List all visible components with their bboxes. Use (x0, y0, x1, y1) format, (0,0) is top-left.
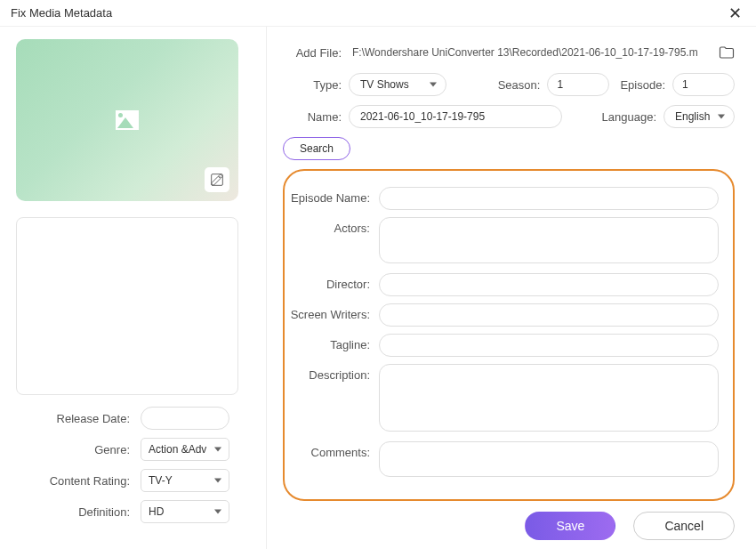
search-button[interactable]: Search (283, 137, 350, 160)
type-label: Type: (283, 78, 349, 92)
folder-icon (719, 45, 735, 60)
genre-label: Genre: (16, 443, 141, 456)
cancel-button[interactable]: Cancel (633, 512, 735, 540)
save-button[interactable]: Save (525, 512, 615, 540)
director-label: Director: (285, 273, 379, 291)
svg-rect-0 (212, 174, 223, 186)
content-rating-select[interactable]: TV-Y (141, 469, 229, 492)
actors-input[interactable] (379, 217, 719, 263)
episode-name-input[interactable] (379, 187, 719, 210)
left-panel: Release Date: Genre: Action &Adv Content… (0, 27, 267, 549)
left-fields: Release Date: Genre: Action &Adv Content… (16, 407, 250, 537)
name-label: Name: (283, 110, 349, 124)
release-date-input[interactable] (141, 407, 229, 430)
season-input[interactable] (547, 73, 609, 96)
edit-icon (210, 173, 224, 187)
comments-input[interactable] (379, 441, 719, 477)
definition-label: Definition: (16, 505, 141, 519)
release-date-label: Release Date: (16, 412, 141, 425)
footer-buttons: Save Cancel (283, 501, 735, 540)
add-file-label: Add File: (283, 46, 349, 60)
metadata-group: Episode Name: Actors: Director: Screen W… (283, 169, 735, 501)
close-icon[interactable]: ✕ (725, 5, 745, 21)
screen-writers-input[interactable] (379, 303, 719, 327)
episode-label: Episode: (609, 78, 672, 92)
type-select[interactable]: TV Shows (349, 73, 446, 96)
actors-label: Actors: (285, 217, 379, 235)
language-label: Language: (591, 110, 664, 124)
tagline-input[interactable] (379, 334, 719, 357)
browse-folder-button[interactable] (719, 45, 735, 60)
titlebar: Fix Media Metadata ✕ (0, 0, 756, 27)
director-input[interactable] (379, 273, 719, 296)
definition-select[interactable]: HD (141, 500, 229, 523)
results-list (16, 217, 238, 395)
description-input[interactable] (379, 364, 719, 432)
language-select[interactable]: English (664, 105, 735, 128)
content-rating-label: Content Rating: (16, 474, 141, 488)
media-thumbnail (16, 39, 238, 201)
episode-input[interactable] (672, 73, 735, 96)
image-placeholder-icon (116, 110, 139, 130)
episode-name-label: Episode Name: (285, 187, 379, 205)
season-label: Season: (487, 78, 548, 92)
comments-label: Comments: (285, 441, 379, 459)
tagline-label: Tagline: (285, 334, 379, 351)
content: Release Date: Genre: Action &Adv Content… (0, 27, 756, 549)
name-input[interactable] (349, 105, 562, 128)
description-label: Description: (285, 364, 379, 382)
edit-thumbnail-button[interactable] (205, 167, 229, 192)
genre-select[interactable]: Action &Adv (141, 438, 229, 461)
screen-writers-label: Screen Writers: (285, 303, 379, 321)
window-title: Fix Media Metadata (11, 6, 112, 20)
right-panel: Add File: Type: TV Shows Season: Episode… (267, 27, 756, 549)
add-file-path (349, 41, 713, 64)
